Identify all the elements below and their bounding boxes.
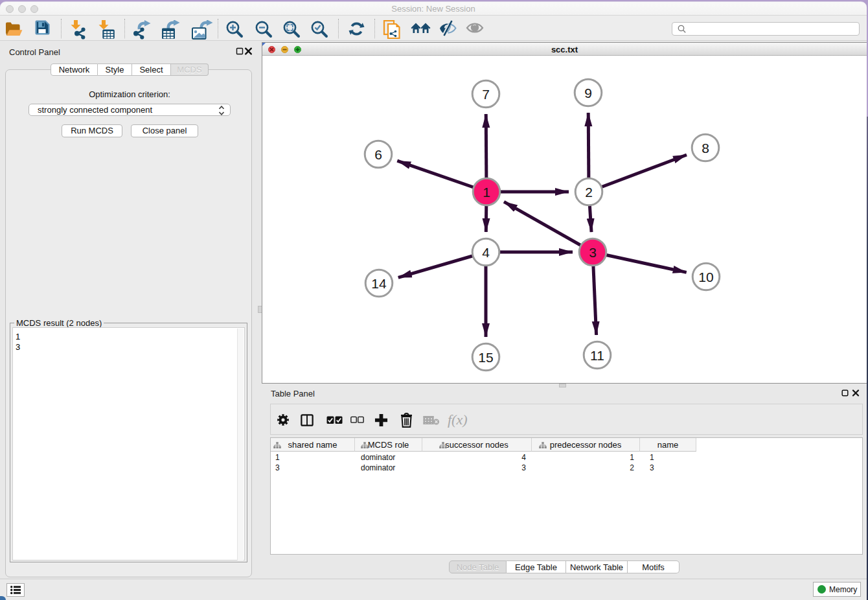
svg-text:8: 8 (702, 141, 709, 156)
svg-text:7: 7 (482, 87, 490, 102)
svg-text:1: 1 (483, 185, 490, 200)
svg-text:2: 2 (585, 185, 593, 200)
svg-text:10: 10 (698, 270, 713, 284)
svg-text:9: 9 (584, 86, 592, 100)
svg-text:11: 11 (590, 348, 604, 363)
svg-text:4: 4 (482, 245, 490, 260)
svg-text:15: 15 (478, 350, 493, 365)
svg-text:6: 6 (374, 147, 382, 162)
svg-text:14: 14 (371, 276, 387, 291)
svg-text:3: 3 (589, 245, 597, 260)
